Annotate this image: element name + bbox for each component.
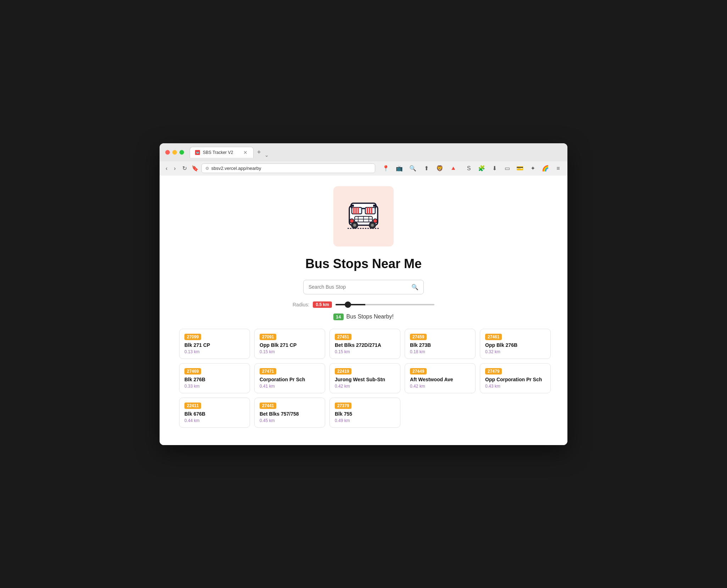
page-title: Bus Stops Near Me bbox=[305, 256, 422, 271]
stop-name: Corporation Pr Sch bbox=[260, 377, 320, 382]
url-text: sbsv2.vercel.app/nearby bbox=[211, 166, 261, 171]
stop-distance: 0.43 km bbox=[485, 384, 545, 389]
stop-name: Blk 271 CP bbox=[184, 342, 245, 348]
stop-name: Opp Blk 276B bbox=[485, 342, 545, 348]
sidebar-icon[interactable]: ▭ bbox=[502, 163, 512, 173]
count-badge: 14 bbox=[333, 314, 343, 320]
stop-code: 27449 bbox=[410, 368, 427, 375]
stop-name: Aft Westwood Ave bbox=[410, 377, 470, 382]
tabs-chevron-icon[interactable]: ⌄ bbox=[265, 152, 269, 158]
new-tab-button[interactable]: + bbox=[255, 149, 263, 156]
radius-label: Radius: bbox=[293, 302, 309, 307]
brave-rewards-icon[interactable]: 🔺 bbox=[448, 163, 458, 173]
stop-card[interactable]: 27459 Blk 273B 0.18 km bbox=[405, 329, 476, 359]
stop-card[interactable]: 27471 Corporation Pr Sch 0.41 km bbox=[254, 363, 325, 393]
menu-icon[interactable]: ≡ bbox=[553, 163, 563, 173]
cast-icon[interactable]: 📺 bbox=[394, 163, 404, 173]
location-icon[interactable]: 📍 bbox=[381, 163, 391, 173]
stop-name: Bet Blks 757/758 bbox=[260, 411, 320, 417]
radius-slider[interactable] bbox=[335, 304, 434, 305]
tab-close-button[interactable]: ✕ bbox=[243, 150, 248, 155]
stop-card[interactable]: 27379 Blk 755 0.49 km bbox=[329, 398, 400, 428]
traffic-lights bbox=[165, 150, 184, 155]
stop-distance: 0.32 km bbox=[485, 349, 545, 354]
forward-button[interactable]: › bbox=[172, 165, 177, 172]
stop-card[interactable]: 27461 Opp Blk 276B 0.32 km bbox=[480, 329, 551, 359]
tab-favicon: 🚌 bbox=[195, 150, 200, 155]
profile-icon[interactable]: S bbox=[464, 163, 474, 173]
browser-controls: 🚌 SBS Tracker V2 ✕ + ⌄ bbox=[165, 147, 562, 158]
share-icon[interactable]: ⬆ bbox=[421, 163, 431, 173]
stop-code: 27459 bbox=[410, 334, 427, 340]
stop-distance: 0.41 km bbox=[260, 384, 320, 389]
star-icon[interactable]: ✦ bbox=[528, 163, 538, 173]
stop-code: 27471 bbox=[260, 368, 276, 375]
stop-distance: 0.15 km bbox=[335, 349, 395, 354]
stop-code: 22419 bbox=[335, 368, 351, 375]
search-bar[interactable]: 🔍 bbox=[303, 280, 424, 294]
back-button[interactable]: ‹ bbox=[164, 165, 169, 172]
search-input[interactable] bbox=[309, 284, 411, 290]
svg-rect-11 bbox=[373, 205, 377, 207]
extensions-icon[interactable]: 🧩 bbox=[477, 163, 487, 173]
browser-tabs: 🚌 SBS Tracker V2 ✕ + ⌄ bbox=[190, 147, 269, 158]
stop-card[interactable]: 22411 Blk 676B 0.44 km bbox=[179, 398, 250, 428]
stop-code: 27469 bbox=[184, 368, 201, 375]
stop-code: 27461 bbox=[485, 334, 502, 340]
wallet-icon[interactable]: 💳 bbox=[515, 163, 525, 173]
stop-name: Blk 676B bbox=[184, 411, 245, 417]
stop-card[interactable]: 27449 Aft Westwood Ave 0.42 km bbox=[405, 363, 476, 393]
bus-illustration bbox=[333, 186, 394, 246]
stop-distance: 0.42 km bbox=[410, 384, 470, 389]
stop-card[interactable]: 27099 Blk 271 CP 0.13 km bbox=[179, 329, 250, 359]
stop-name: Opp Corporation Pr Sch bbox=[485, 377, 545, 382]
stop-code: 27091 bbox=[260, 334, 276, 340]
radius-badge: 0.5 km bbox=[313, 301, 332, 308]
fullscreen-button[interactable] bbox=[179, 150, 184, 155]
svg-point-22 bbox=[371, 224, 374, 227]
tab-title: SBS Tracker V2 bbox=[203, 150, 240, 155]
stop-card[interactable]: 27441 Bet Blks 757/758 0.45 km bbox=[254, 398, 325, 428]
stop-name: Jurong West Sub-Stn bbox=[335, 377, 395, 382]
stop-card[interactable]: 22419 Jurong West Sub-Stn 0.42 km bbox=[329, 363, 400, 393]
stop-code: 22411 bbox=[184, 403, 201, 409]
page-content: Bus Stops Near Me 🔍 Radius: 0.5 km 14 Bu… bbox=[160, 176, 567, 445]
security-icon: ⚙ bbox=[205, 166, 209, 171]
stop-card[interactable]: 27469 Blk 276B 0.33 km bbox=[179, 363, 250, 393]
stop-code: 27099 bbox=[184, 334, 201, 340]
active-tab[interactable]: 🚌 SBS Tracker V2 ✕ bbox=[190, 147, 254, 158]
bookmark-button[interactable]: 🔖 bbox=[192, 165, 199, 172]
stop-name: Opp Blk 271 CP bbox=[260, 342, 320, 348]
nearby-badge: 14 Bus Stops Nearby! bbox=[333, 314, 394, 320]
minimize-button[interactable] bbox=[172, 150, 177, 155]
stop-name: Bet Blks 272D/271A bbox=[335, 342, 395, 348]
reload-button[interactable]: ↻ bbox=[181, 164, 189, 172]
svg-rect-10 bbox=[350, 205, 354, 207]
nearby-text: Bus Stops Nearby! bbox=[346, 314, 394, 320]
stop-distance: 0.18 km bbox=[410, 349, 470, 354]
stop-distance: 0.15 km bbox=[260, 349, 320, 354]
browser-window: 🚌 SBS Tracker V2 ✕ + ⌄ ‹ › ↻ 🔖 ⚙ sbsv2.v… bbox=[160, 143, 567, 445]
stop-card[interactable]: 27451 Bet Blks 272D/271A 0.15 km bbox=[329, 329, 400, 359]
stop-card[interactable]: 27479 Opp Corporation Pr Sch 0.43 km bbox=[480, 363, 551, 393]
zoom-icon[interactable]: 🔍 bbox=[408, 163, 418, 173]
address-field[interactable]: ⚙ sbsv2.vercel.app/nearby bbox=[201, 163, 375, 173]
stop-distance: 0.44 km bbox=[184, 418, 245, 423]
stop-distance: 0.33 km bbox=[184, 384, 245, 389]
search-icon: 🔍 bbox=[411, 284, 418, 290]
brave-rainbow-icon[interactable]: 🌈 bbox=[540, 163, 550, 173]
browser-titlebar: 🚌 SBS Tracker V2 ✕ + ⌄ bbox=[160, 143, 567, 161]
download-icon[interactable]: ⬇ bbox=[489, 163, 499, 173]
slider-container[interactable] bbox=[335, 304, 434, 305]
brave-shield-icon[interactable]: 🦁 bbox=[435, 163, 445, 173]
stop-name: Blk 273B bbox=[410, 342, 470, 348]
browser-addressbar: ‹ › ↻ 🔖 ⚙ sbsv2.vercel.app/nearby 📍 📺 🔍 … bbox=[160, 161, 567, 176]
stop-distance: 0.49 km bbox=[335, 418, 395, 423]
stop-name: Blk 755 bbox=[335, 411, 395, 417]
stop-name: Blk 276B bbox=[184, 377, 245, 382]
stop-card[interactable]: 27091 Opp Blk 271 CP 0.15 km bbox=[254, 329, 325, 359]
stop-distance: 0.42 km bbox=[335, 384, 395, 389]
stop-code: 27479 bbox=[485, 368, 502, 375]
close-button[interactable] bbox=[165, 150, 170, 155]
stop-code: 27451 bbox=[335, 334, 351, 340]
